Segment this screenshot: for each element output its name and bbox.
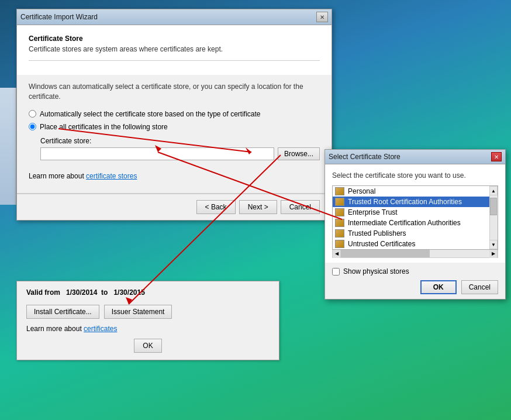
valid-text: Valid from 1/30/2014 to 1/30/2015 (26, 288, 270, 297)
date2: 1/30/2015 (113, 288, 144, 297)
wizard-body: Windows can automatically select a certi… (17, 75, 332, 193)
radio-place-label: Place all certificates in the following … (40, 123, 168, 131)
radio-auto[interactable] (29, 110, 36, 118)
dialog-instruction: Select the certificate store you want to… (332, 171, 498, 180)
store-list: Personal Trusted Root Certification Auth… (333, 186, 498, 249)
dialog-footer: Show physical stores OK Cancel (325, 263, 505, 299)
learn-more-link[interactable]: certificate stores (86, 172, 137, 180)
store-item-enterprise[interactable]: Enterprise Trust (333, 207, 498, 218)
section-title: Certificate Store (29, 35, 320, 43)
store-item-trusted-root[interactable]: Trusted Root Certification Authorities (333, 197, 498, 207)
radio-place-item: Place all certificates in the following … (29, 123, 320, 131)
cert-store-input[interactable] (40, 147, 274, 160)
store-name-intermediate: Intermediate Certification Authorities (348, 219, 461, 227)
learn-more-prefix: Learn more about (29, 172, 86, 180)
horizontal-scrollbar: ◀ ▶ (332, 250, 498, 258)
desktop: Certificate Import Wizard ✕ Certificate … (0, 0, 511, 420)
to-label: to (101, 288, 108, 297)
cert-buttons: Install Certificate... Issuer Statement (26, 305, 270, 319)
radio-auto-label: Automatically select the certificate sto… (40, 110, 261, 118)
dialog-cancel-button[interactable]: Cancel (461, 280, 498, 294)
radio-auto-item: Automatically select the certificate sto… (29, 110, 320, 118)
cert-detail-area: Valid from 1/30/2014 to 1/30/2015 Instal… (16, 281, 279, 360)
store-icon-personal (335, 187, 344, 195)
store-name-trusted-publishers: Trusted Publishers (348, 229, 406, 237)
cert-learn-more-link[interactable]: certificates (84, 325, 117, 333)
ok-button[interactable]: OK (420, 280, 457, 294)
divider (29, 60, 320, 61)
body-text: Windows can automatically select a certi… (29, 82, 320, 102)
left-panel (0, 88, 16, 205)
scroll-left-button[interactable]: ◀ (333, 250, 341, 258)
radio-place[interactable] (29, 123, 36, 130)
close-icon: ✕ (320, 14, 324, 20)
scroll-up-button[interactable]: ▲ (489, 186, 498, 195)
scrollbar-track: ▲ ▼ (489, 186, 498, 249)
show-physical-checkbox[interactable] (332, 268, 340, 276)
wizard-close-button[interactable]: ✕ (316, 12, 328, 22)
radio-group: Automatically select the certificate sto… (29, 110, 320, 131)
install-certificate-button[interactable]: Install Certificate... (26, 305, 99, 319)
issuer-statement-button[interactable]: Issuer Statement (104, 305, 172, 319)
store-icon-intermediate (335, 219, 344, 227)
back-button[interactable]: < Back (196, 200, 236, 214)
cert-ok-row: OK (26, 339, 270, 353)
cert-ok-button[interactable]: OK (134, 339, 161, 353)
dialog-body: Select the certificate store you want to… (325, 164, 505, 263)
cert-store-label: Certificate store: (40, 137, 320, 145)
store-icon-trusted-publishers (335, 229, 344, 237)
show-physical-label: Show physical stores (343, 267, 409, 276)
store-icon-enterprise (335, 208, 344, 216)
store-list-container: Personal Trusted Root Certification Auth… (332, 185, 498, 250)
store-item-trusted-publishers[interactable]: Trusted Publishers (333, 228, 498, 239)
store-item-intermediate[interactable]: Intermediate Certification Authorities (333, 218, 498, 228)
store-name-untrusted: Untrusted Certificates (348, 240, 415, 248)
section-desc: Certificate stores are system areas wher… (29, 45, 320, 53)
browse-button[interactable]: Browse... (278, 147, 320, 160)
dialog-buttons: OK Cancel (332, 280, 498, 294)
scroll-right-button[interactable]: ▶ (489, 250, 498, 258)
cert-store-row: Browse... (40, 147, 320, 160)
store-item-untrusted[interactable]: Untrusted Certificates (333, 239, 498, 249)
valid-from-label: Valid from (26, 288, 60, 297)
wizard-header: Certificate Store Certificate stores are… (17, 25, 332, 75)
wizard-footer: < Back Next > Cancel (17, 194, 332, 220)
store-name-enterprise: Enterprise Trust (348, 208, 398, 216)
wizard-title: Certificate Import Wizard (20, 13, 98, 21)
date1: 1/30/2014 (66, 288, 97, 297)
scroll-down-button[interactable]: ▼ (489, 240, 498, 249)
store-icon-untrusted (335, 240, 344, 248)
cert-learn-more-prefix: Learn more about (26, 325, 84, 333)
store-name-personal: Personal (348, 187, 375, 195)
cancel-button[interactable]: Cancel (281, 200, 320, 214)
select-store-dialog: Select Certificate Store ✕ Select the ce… (324, 149, 506, 299)
wizard-window: Certificate Import Wizard ✕ Certificate … (16, 9, 332, 221)
horiz-scroll-thumb[interactable] (341, 250, 430, 257)
store-name-trusted-root: Trusted Root Certification Authorities (348, 198, 462, 206)
dialog-titlebar: Select Certificate Store ✕ (325, 150, 505, 164)
cert-learn-more: Learn more about certificates (26, 325, 270, 333)
store-item-personal[interactable]: Personal (333, 186, 498, 197)
wizard-titlebar: Certificate Import Wizard ✕ (17, 9, 332, 25)
next-button[interactable]: Next > (239, 200, 277, 214)
dialog-title: Select Certificate Store (329, 153, 400, 161)
dialog-close-button[interactable]: ✕ (491, 152, 502, 161)
scrollbar-thumb[interactable] (490, 198, 497, 215)
dialog-close-icon: ✕ (494, 154, 499, 160)
learn-more-text: Learn more about certificate stores (29, 172, 320, 180)
show-physical-row: Show physical stores (332, 267, 498, 276)
horiz-scroll-track (341, 250, 489, 257)
store-icon-trusted-root (335, 198, 344, 206)
